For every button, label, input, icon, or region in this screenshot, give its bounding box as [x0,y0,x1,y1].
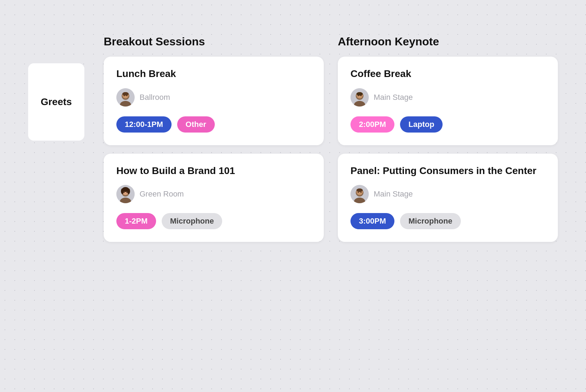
brand-101-time-tag: 1-2PM [116,213,156,229]
panel-title: Panel: Putting Consumers in the Center [350,165,545,177]
lunch-break-time-tag: 12:00-1PM [116,116,172,133]
brand-101-location: Green Room [140,189,184,199]
svg-point-15 [127,192,128,193]
afternoon-keynote-title: Afternoon Keynote [338,35,558,48]
coffee-break-meta: Main Stage [350,88,545,107]
afternoon-keynote-column: Afternoon Keynote Coffee Break [338,35,558,242]
left-panel: Greets [28,35,90,242]
brand-101-title: How to Build a Brand 101 [116,165,311,177]
svg-point-28 [358,192,359,193]
brand-101-meta: Green Room [116,185,311,203]
panel-category-tag: Microphone [400,213,461,229]
greets-label: Greets [41,96,72,108]
main-content: Breakout Sessions Lunch Break [104,35,558,242]
coffee-break-avatar [350,88,369,107]
svg-point-14 [124,192,125,193]
lunch-break-meta: Ballroom [116,88,311,107]
coffee-break-tags: 2:00PM Laptop [350,116,545,133]
coffee-break-time-tag: 2:00PM [350,116,394,133]
lunch-break-tags: 12:00-1PM Other [116,116,311,133]
lunch-break-category-tag: Other [177,116,215,133]
page-container: Greets Breakout Sessions Lunch Break [0,0,586,270]
svg-point-27 [356,188,363,192]
coffee-break-title: Coffee Break [350,68,545,80]
svg-point-12 [121,188,124,194]
lunch-break-card: Lunch Break [104,57,324,145]
brand-101-avatar [116,185,135,203]
brand-101-tags: 1-2PM Microphone [116,213,311,229]
panel-meta: Main Stage [350,185,545,203]
greets-card: Greets [28,63,84,141]
panel-card: Panel: Putting Consumers in the Center [338,154,558,242]
lunch-break-location: Ballroom [140,93,170,102]
lunch-break-avatar [116,88,135,107]
panel-tags: 3:00PM Microphone [350,213,545,229]
breakout-sessions-title: Breakout Sessions [104,35,324,48]
breakout-sessions-column: Breakout Sessions Lunch Break [104,35,324,242]
svg-point-21 [358,95,359,96]
svg-point-29 [361,192,362,193]
brand-101-card: How to Build a Brand 101 [104,154,324,242]
svg-point-5 [124,95,125,96]
svg-point-13 [127,188,130,194]
svg-point-4 [122,92,129,96]
svg-point-20 [356,92,363,96]
coffee-break-card: Coffee Break [338,57,558,145]
svg-point-22 [361,95,362,96]
coffee-break-category-tag: Laptop [400,116,443,133]
lunch-break-title: Lunch Break [116,68,311,80]
breakout-sessions-cards: Lunch Break [104,57,324,242]
panel-location: Main Stage [374,189,413,199]
brand-101-category-tag: Microphone [162,213,223,229]
svg-point-6 [127,95,128,96]
coffee-break-location: Main Stage [374,93,413,102]
panel-time-tag: 3:00PM [350,213,394,229]
panel-avatar [350,185,369,203]
afternoon-keynote-cards: Coffee Break [338,57,558,242]
